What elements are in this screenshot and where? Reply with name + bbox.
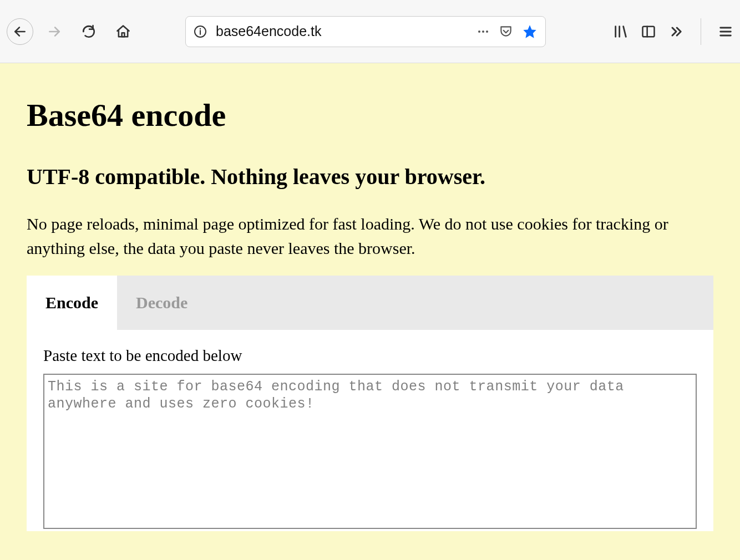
svg-point-5 — [200, 28, 201, 29]
tab-encode[interactable]: Encode — [27, 276, 117, 330]
library-button[interactable] — [613, 24, 629, 39]
sidebar-toggle-button[interactable] — [641, 24, 656, 39]
back-button[interactable] — [7, 18, 33, 45]
tab-container: Encode Decode Paste text to be encoded b… — [27, 276, 713, 531]
svg-marker-9 — [523, 25, 536, 38]
reload-icon — [82, 24, 96, 39]
forward-button[interactable] — [41, 18, 68, 45]
hamburger-icon — [718, 24, 733, 39]
chevrons-right-icon — [668, 24, 684, 39]
browser-toolbar: base64encode.tk — [0, 0, 740, 63]
page-actions-button[interactable] — [477, 25, 490, 38]
page-description: No page reloads, minimal page optimized … — [27, 212, 713, 260]
arrow-right-icon — [47, 24, 62, 39]
star-filled-icon — [522, 24, 538, 39]
svg-point-6 — [478, 30, 480, 33]
tab-row: Encode Decode — [27, 276, 713, 330]
toolbar-divider — [701, 18, 701, 45]
home-icon — [115, 24, 131, 39]
library-icon — [613, 24, 629, 39]
page-subtitle: UTF-8 compatible. Nothing leaves your br… — [27, 164, 713, 190]
url-text[interactable]: base64encode.tk — [216, 23, 468, 39]
page-body: Base64 encode UTF-8 compatible. Nothing … — [0, 63, 740, 560]
address-bar-actions — [477, 24, 538, 39]
svg-rect-13 — [643, 26, 655, 37]
nav-button-group — [7, 18, 136, 45]
svg-point-8 — [486, 30, 488, 33]
home-button[interactable] — [110, 18, 136, 45]
pocket-icon — [499, 24, 513, 39]
page-title: Base64 encode — [27, 96, 713, 134]
ellipsis-icon — [477, 25, 490, 38]
info-icon — [194, 25, 207, 38]
address-bar[interactable]: base64encode.tk — [185, 16, 546, 47]
encode-panel: Paste text to be encoded below — [27, 330, 713, 531]
toolbar-right-group — [613, 18, 733, 45]
overflow-button[interactable] — [668, 24, 684, 39]
app-menu-button[interactable] — [718, 24, 733, 39]
tab-decode[interactable]: Decode — [117, 276, 206, 330]
arrow-left-icon — [13, 24, 27, 39]
site-info-button[interactable] — [194, 25, 207, 38]
bookmark-button[interactable] — [522, 24, 538, 39]
pocket-button[interactable] — [499, 24, 513, 39]
reload-button[interactable] — [75, 18, 102, 45]
encode-input[interactable] — [43, 374, 697, 529]
sidebar-icon — [641, 24, 656, 39]
address-bar-wrap: base64encode.tk — [185, 16, 546, 47]
svg-rect-2 — [122, 33, 125, 37]
encode-prompt: Paste text to be encoded below — [43, 347, 697, 365]
svg-point-7 — [482, 30, 484, 33]
svg-line-12 — [624, 26, 626, 37]
